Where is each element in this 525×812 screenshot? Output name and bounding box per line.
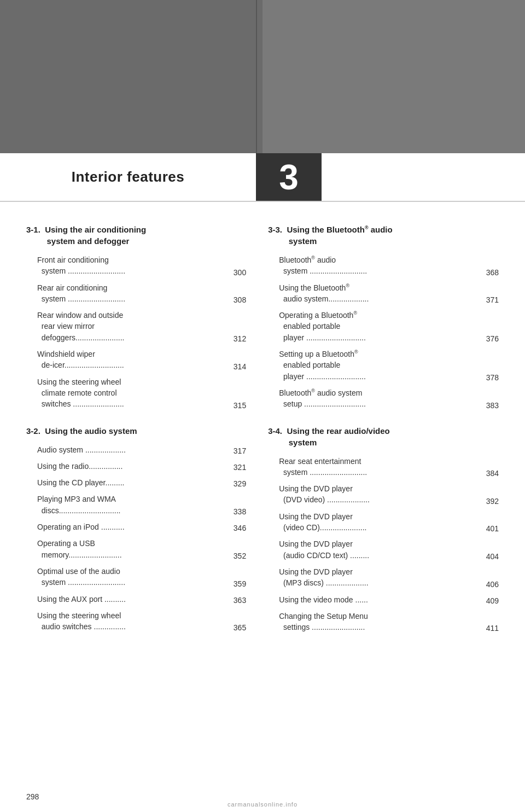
toc-label-bt-setup: Bluetooth® audio system setup ..........… (279, 387, 484, 410)
chapter-header: Interior features 3 (0, 153, 525, 202)
toc-label-ipod: Operating an iPod ........... (37, 521, 231, 532)
content-area: 3-1. Using the air conditioning system a… (0, 202, 525, 660)
toc-entry-mp3-discs: Using the DVD player (MP3 discs) .......… (268, 566, 499, 589)
toc-label-front-ac: Front air conditioning system ..........… (37, 254, 231, 277)
section-3-1: 3-1. Using the air conditioning system a… (26, 224, 246, 410)
section-3-3-title: Using the Bluetooth® audio system (268, 225, 393, 246)
toc-entry-usb: Operating a USB memory..................… (26, 538, 246, 560)
top-banner-left (0, 0, 262, 153)
toc-page-setup-menu: 411 (484, 624, 499, 633)
toc-label-setup-menu: Changing the Setup Menu settings .......… (279, 611, 484, 633)
toc-entry-radio: Using the radio................ 321 (26, 461, 246, 472)
toc-page-using-bt: 371 (484, 295, 499, 304)
chapter-title-area: Interior features (0, 153, 256, 201)
toc-entry-setup-menu: Changing the Setup Menu settings .......… (268, 611, 499, 633)
toc-entry-aux: Using the AUX port .......... 363 (26, 594, 246, 605)
toc-label-radio: Using the radio................ (37, 461, 231, 472)
toc-label-video-mode: Using the video mode ...... (279, 594, 484, 605)
chapter-number: 3 (279, 157, 299, 198)
section-3-2: 3-2. Using the audio system Audio system… (26, 425, 246, 633)
top-banner (0, 0, 525, 153)
toc-entry-audio-switches: Using the steering wheel audio switches … (26, 610, 246, 633)
toc-entry-optimal: Optimal use of the audio system ........… (26, 566, 246, 588)
section-3-1-number: 3-1. (26, 225, 45, 234)
toc-page-optimal: 359 (231, 579, 246, 588)
toc-page-audio-cd: 404 (484, 552, 499, 561)
toc-label-using-bt: Using the Bluetooth® audio system.......… (279, 282, 484, 305)
toc-label-wiper: Windshield wiper de-icer................… (37, 349, 231, 371)
toc-entry-video-mode: Using the video mode ...... 409 (268, 594, 499, 605)
toc-page-bt-setup: 383 (484, 401, 499, 410)
toc-page-ipod: 346 (231, 524, 246, 532)
toc-label-audio-system: Audio system ................... (37, 444, 231, 455)
watermark: carmanualsonline.info (0, 801, 525, 808)
toc-label-aux: Using the AUX port .......... (37, 594, 231, 605)
right-column: 3-3. Using the Bluetooth® audio system B… (262, 224, 499, 638)
chapter-number-box: 3 (256, 153, 322, 201)
toc-entry-video-cd: Using the DVD player (video CD).........… (268, 511, 499, 533)
toc-page-operating-bt: 376 (484, 334, 499, 343)
section-3-3: 3-3. Using the Bluetooth® audio system B… (268, 224, 499, 410)
section-3-3-number: 3-3. (268, 225, 287, 234)
top-banner-divider (256, 0, 257, 153)
toc-label-rear-ac: Rear air conditioning system ...........… (37, 282, 231, 305)
toc-entry-dvd-video: Using the DVD player (DVD video) .......… (268, 483, 499, 506)
toc-label-defogger: Rear window and outside rear view mirror… (37, 310, 231, 343)
toc-entry-setting-bt: Setting up a Bluetooth® enabled portable… (268, 349, 499, 382)
toc-entry-rear-ac: Rear air conditioning system ...........… (26, 282, 246, 305)
section-3-3-header: 3-3. Using the Bluetooth® audio system (268, 224, 499, 247)
toc-label-usb: Operating a USB memory..................… (37, 538, 231, 560)
toc-label-bt-audio: Bluetooth® audio system ................… (279, 254, 484, 277)
toc-label-mp3-discs: Using the DVD player (MP3 discs) .......… (279, 566, 484, 589)
toc-label-dvd-video: Using the DVD player (DVD video) .......… (279, 483, 484, 506)
toc-label-cd: Using the CD player......... (37, 477, 231, 488)
toc-entry-cd: Using the CD player......... 329 (26, 477, 246, 488)
toc-label-audio-cd: Using the DVD player (audio CD/CD text) … (279, 538, 484, 561)
toc-entry-using-bt: Using the Bluetooth® audio system.......… (268, 282, 499, 305)
toc-page-bt-audio: 368 (484, 268, 499, 277)
toc-entry-ipod: Operating an iPod ........... 346 (26, 521, 246, 532)
toc-page-rear-ac: 308 (231, 295, 246, 304)
toc-page-aux: 363 (231, 596, 246, 605)
section-3-4-header: 3-4. Using the rear audio/video system (268, 425, 499, 448)
toc-page-radio: 321 (231, 463, 246, 472)
toc-page-wiper: 314 (231, 362, 246, 371)
toc-entry-front-ac: Front air conditioning system ..........… (26, 254, 246, 277)
toc-page-audio-switches: 365 (231, 623, 246, 632)
toc-entry-bt-audio: Bluetooth® audio system ................… (268, 254, 499, 277)
toc-entry-bt-setup: Bluetooth® audio system setup ..........… (268, 387, 499, 410)
toc-page-mp3-discs: 406 (484, 580, 499, 589)
toc-page-steering-climate: 315 (231, 401, 246, 410)
toc-label-optimal: Optimal use of the audio system ........… (37, 566, 231, 588)
toc-label-setting-bt: Setting up a Bluetooth® enabled portable… (279, 349, 484, 382)
section-3-2-title: Using the audio system (45, 426, 137, 436)
toc-entry-audio-system: Audio system ................... 317 (26, 444, 246, 455)
toc-page-dvd-video: 392 (484, 497, 499, 506)
section-3-4-number: 3-4. (268, 426, 287, 436)
top-banner-right (262, 0, 525, 153)
toc-entry-audio-cd: Using the DVD player (audio CD/CD text) … (268, 538, 499, 561)
toc-page-cd: 329 (231, 479, 246, 488)
toc-entry-wiper: Windshield wiper de-icer................… (26, 349, 246, 371)
toc-page-usb: 352 (231, 552, 246, 560)
section-3-2-number: 3-2. (26, 426, 45, 436)
section-3-2-header: 3-2. Using the audio system (26, 425, 246, 437)
toc-label-operating-bt: Operating a Bluetooth® enabled portable … (279, 310, 484, 343)
left-column: 3-1. Using the air conditioning system a… (26, 224, 262, 638)
toc-page-video-cd: 401 (484, 524, 499, 533)
chapter-title: Interior features (72, 169, 184, 185)
section-3-4-title: Using the rear audio/video system (268, 426, 390, 447)
toc-page-video-mode: 409 (484, 596, 499, 605)
toc-page-defogger: 312 (231, 334, 246, 343)
toc-page-setting-bt: 378 (484, 373, 499, 382)
toc-entry-steering-climate: Using the steering wheel climate remote … (26, 376, 246, 410)
toc-label-video-cd: Using the DVD player (video CD).........… (279, 511, 484, 533)
toc-label-mp3: Playing MP3 and WMA discs...............… (37, 494, 231, 516)
toc-label-rear-seat: Rear seat entertainment system .........… (279, 456, 484, 478)
toc-entry-rear-seat: Rear seat entertainment system .........… (268, 456, 499, 478)
toc-page-audio-system: 317 (231, 446, 246, 455)
section-3-4: 3-4. Using the rear audio/video system R… (268, 425, 499, 633)
toc-page-front-ac: 300 (231, 268, 246, 277)
toc-page-mp3: 338 (231, 507, 246, 516)
toc-entry-defogger: Rear window and outside rear view mirror… (26, 310, 246, 343)
